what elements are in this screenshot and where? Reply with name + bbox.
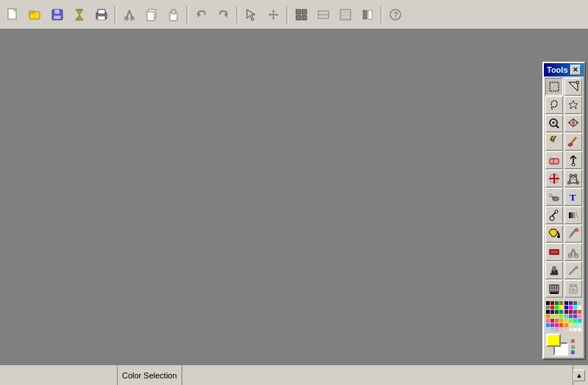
palette-turquoise[interactable] bbox=[564, 314, 568, 318]
palette-darkturquoise[interactable] bbox=[578, 319, 581, 323]
tool-zoom[interactable] bbox=[545, 115, 563, 132]
scroll-up-btn[interactable]: ▲ bbox=[573, 370, 585, 381]
toolbar-cut-btn[interactable] bbox=[119, 4, 140, 25]
palette-whitesmoke[interactable] bbox=[578, 328, 581, 331]
tool-heal[interactable] bbox=[545, 170, 563, 187]
tool-pencil[interactable] bbox=[545, 133, 563, 151]
tool-scissors[interactable] bbox=[564, 243, 582, 261]
tool-path2[interactable] bbox=[564, 262, 582, 279]
palette-crimson[interactable] bbox=[551, 319, 554, 323]
tool-clone[interactable] bbox=[564, 151, 582, 169]
toolbar-grid1-btn[interactable] bbox=[291, 4, 312, 25]
palette-blue[interactable] bbox=[564, 306, 568, 309]
palette-darkgreen[interactable] bbox=[555, 310, 559, 314]
palette-lightsteelblue[interactable] bbox=[551, 328, 554, 331]
toolbar-redo-btn[interactable] bbox=[213, 4, 234, 25]
palette-black[interactable] bbox=[546, 301, 550, 305]
tool-bucket-fill[interactable] bbox=[545, 225, 563, 242]
palette-hotpink[interactable] bbox=[546, 319, 550, 323]
palette-orangered[interactable] bbox=[559, 323, 563, 327]
tool-fuzzy-select[interactable] bbox=[564, 96, 582, 114]
palette-darkblue[interactable] bbox=[551, 310, 554, 314]
palette-orange[interactable] bbox=[559, 319, 563, 323]
palette-tomato[interactable] bbox=[555, 319, 559, 323]
tools-close-btn[interactable]: ✕ bbox=[570, 65, 581, 75]
palette-gold[interactable] bbox=[551, 314, 554, 318]
canvas-area[interactable]: Tools ✕ bbox=[0, 29, 588, 364]
palette-darkorange[interactable] bbox=[546, 314, 550, 318]
palette-red[interactable] bbox=[551, 306, 554, 309]
palette-lime[interactable] bbox=[555, 306, 559, 309]
toolbar-grid2-btn[interactable] bbox=[313, 4, 334, 25]
toolbar-pointer-btn[interactable] bbox=[241, 4, 262, 25]
toolbar-copy-btn[interactable] bbox=[141, 4, 162, 25]
palette-dodgerblue[interactable] bbox=[546, 323, 550, 327]
tool-airbrush[interactable] bbox=[545, 188, 563, 206]
tool-text[interactable]: T bbox=[564, 188, 582, 206]
palette-yellow[interactable] bbox=[559, 306, 563, 309]
tool-perspective[interactable] bbox=[564, 170, 582, 187]
toolbar-help-btn[interactable]: ? bbox=[385, 4, 406, 25]
palette-navy[interactable] bbox=[564, 301, 568, 305]
toolbar-paste-btn[interactable] bbox=[163, 4, 184, 25]
palette-royalblue[interactable] bbox=[569, 314, 573, 318]
palette-violet[interactable] bbox=[578, 314, 581, 318]
palette-darkorchid[interactable] bbox=[551, 323, 554, 327]
palette-aqua[interactable] bbox=[573, 306, 577, 309]
tool-path[interactable] bbox=[545, 206, 563, 224]
toolbar-grid3-btn[interactable] bbox=[335, 4, 356, 25]
tool-measure[interactable] bbox=[564, 115, 582, 132]
palette-darkorange2[interactable] bbox=[564, 323, 568, 327]
palette-darkred[interactable] bbox=[564, 310, 568, 314]
tool-lasso[interactable] bbox=[545, 96, 563, 114]
palette-palegreen[interactable] bbox=[573, 323, 577, 327]
toolbar-save-btn[interactable] bbox=[47, 4, 68, 25]
palette-c17[interactable] bbox=[546, 310, 550, 314]
palette-darkcyan[interactable] bbox=[559, 310, 563, 314]
palette-olive[interactable] bbox=[559, 301, 563, 305]
palette-darkmagenta[interactable] bbox=[569, 310, 573, 314]
palette-white[interactable] bbox=[578, 306, 581, 309]
palette-lawngreen[interactable] bbox=[569, 319, 573, 323]
palette-purple[interactable] bbox=[569, 301, 573, 305]
tool-eraser[interactable] bbox=[545, 151, 563, 169]
palette-greenyellow[interactable] bbox=[555, 314, 559, 318]
palette-blueviolet[interactable] bbox=[573, 314, 577, 318]
palette-plum[interactable] bbox=[555, 328, 559, 331]
palette-brown[interactable] bbox=[573, 310, 577, 314]
palette-deeppink[interactable] bbox=[555, 323, 559, 327]
palette-thistle[interactable] bbox=[559, 328, 563, 331]
palette-chocolate[interactable] bbox=[578, 310, 581, 314]
tool-blend[interactable] bbox=[564, 206, 582, 224]
palette-paleturquoise[interactable] bbox=[578, 323, 581, 327]
palette-khaki[interactable] bbox=[569, 323, 573, 327]
tool-paintbrush[interactable] bbox=[564, 133, 582, 151]
toolbar-grid4-btn[interactable] bbox=[357, 4, 378, 25]
palette-lightblue[interactable] bbox=[546, 328, 550, 331]
palette-gray[interactable] bbox=[546, 306, 550, 309]
palette-gold2[interactable] bbox=[564, 319, 568, 323]
tool-align[interactable] bbox=[545, 280, 563, 298]
toolbar-undo-btn[interactable] bbox=[191, 4, 212, 25]
toolbar-move-btn[interactable] bbox=[263, 4, 284, 25]
palette-medspringgreen[interactable] bbox=[573, 319, 577, 323]
toolbar-print-btn[interactable] bbox=[91, 4, 112, 25]
tool-delete[interactable] bbox=[564, 280, 582, 298]
palette-teal[interactable] bbox=[573, 301, 577, 305]
toolbar-open-btn[interactable] bbox=[25, 4, 46, 25]
palette-fuchsia[interactable] bbox=[569, 306, 573, 309]
palette-lavenderblush[interactable] bbox=[573, 328, 577, 331]
tool-transform[interactable] bbox=[564, 78, 582, 96]
palette-chartreuse[interactable] bbox=[559, 314, 563, 318]
palette-maroon[interactable] bbox=[551, 301, 554, 305]
fg-color-swatch[interactable] bbox=[546, 334, 561, 347]
tool-select-rect[interactable] bbox=[545, 78, 563, 96]
tool-eyedropper[interactable] bbox=[564, 225, 582, 242]
toolbar-hourglass-btn[interactable] bbox=[69, 4, 90, 25]
palette-silver[interactable] bbox=[578, 301, 581, 305]
palette-mistyrose[interactable] bbox=[569, 328, 573, 331]
palette-pink[interactable] bbox=[564, 328, 568, 331]
toolbar-new-btn[interactable] bbox=[3, 4, 24, 25]
tool-stamp[interactable] bbox=[545, 262, 563, 279]
palette-green[interactable] bbox=[555, 301, 559, 305]
